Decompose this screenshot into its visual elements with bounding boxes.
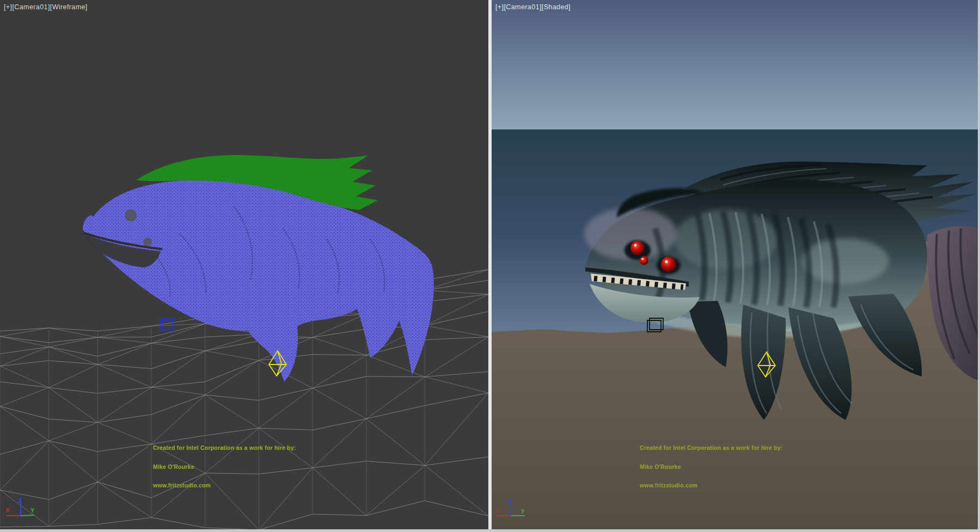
watermark-line-2: Mike O'Rourke	[153, 464, 296, 471]
sky-backdrop	[492, 0, 980, 131]
axis-x-label: x	[496, 507, 500, 514]
watermark-line-3: www.fritzstudio.com	[153, 482, 296, 489]
window-edge-bottom	[0, 529, 980, 532]
viewport-divider[interactable]	[488, 0, 492, 532]
axis-z-label: z	[509, 497, 512, 504]
fish-eye-spot	[125, 209, 137, 221]
tail-highlight	[802, 238, 889, 284]
axis-x-label: X	[5, 507, 10, 514]
fish-eye-spot-small	[143, 238, 152, 246]
watermark-credit: Created for Intel Corporation as a work …	[640, 432, 782, 502]
fish-model-wireframe[interactable]	[83, 155, 434, 382]
watermark-line-2: Mike O'Rourke	[640, 464, 782, 471]
axis-y-label: y	[521, 507, 525, 514]
axis-z-label: Z	[18, 497, 22, 504]
world-axis-gizmo: x z y	[492, 496, 535, 530]
fish-eye-small	[640, 256, 648, 265]
watermark-line-1: Created for Intel Corporation as a work …	[153, 445, 296, 451]
viewport-wireframe[interactable]: [+][Camera01][Wireframe] Created for Int…	[0, 0, 488, 532]
fish-eye-right	[661, 257, 676, 272]
viewport-label-wireframe[interactable]: [+][Camera01][Wireframe]	[4, 3, 88, 11]
helper-box-marker[interactable]	[160, 318, 175, 331]
fish-eye-large	[630, 241, 645, 255]
viewport-label-shaded[interactable]: [+][Camera01][Shaded]	[495, 3, 571, 11]
watermark-credit: Created for Intel Corporation as a work …	[153, 432, 296, 502]
watermark-line-1: Created for Intel Corporation as a work …	[640, 445, 782, 451]
world-axis-gizmo: X Z Y	[0, 496, 44, 530]
dual-viewport-area: [+][Camera01][Wireframe] Created for Int…	[0, 0, 980, 532]
viewport-shaded[interactable]: [+][Camera01][Shaded] Created for Intel …	[492, 0, 980, 532]
watermark-line-3: www.fritzstudio.com	[640, 482, 782, 489]
window-edge-right	[978, 0, 980, 532]
axis-y-label: Y	[30, 507, 35, 514]
